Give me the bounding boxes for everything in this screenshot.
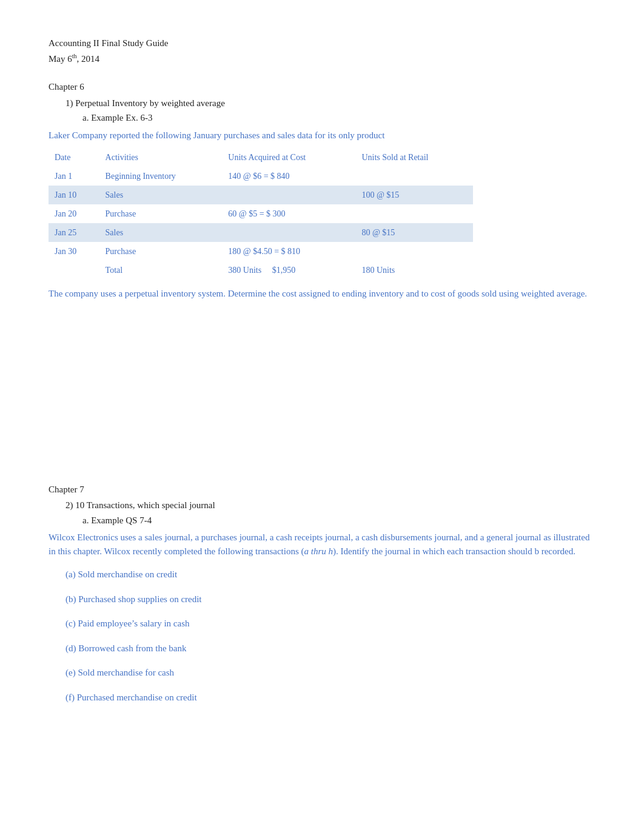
cell-date: Jan 1 bbox=[49, 167, 99, 186]
chapter7-title: Chapter 7 bbox=[49, 483, 595, 497]
footer-sold: 180 Units bbox=[355, 261, 473, 280]
chapter6-item1a: a. Example Ex. 6-3 bbox=[82, 111, 595, 125]
cell-sold bbox=[355, 167, 473, 186]
cell-activity: Sales bbox=[99, 186, 223, 204]
cell-activity: Beginning Inventory bbox=[99, 167, 223, 186]
footer-empty bbox=[49, 261, 99, 280]
cell-acquired: 60 @ $5 = $ 300 bbox=[222, 204, 355, 223]
col-sold: Units Sold at Retail bbox=[355, 148, 473, 167]
transaction-item: (a) Sold merchandise on credit bbox=[65, 568, 595, 582]
table-row: Jan 20 Purchase 60 @ $5 = $ 300 bbox=[49, 204, 473, 223]
footer-cost: $1,950 bbox=[272, 266, 296, 275]
cell-acquired bbox=[222, 223, 355, 242]
header-title: Accounting II Final Study Guide bbox=[49, 36, 595, 50]
table-row: Jan 30 Purchase 180 @ $4.50 = $ 810 bbox=[49, 242, 473, 261]
cell-activity: Purchase bbox=[99, 204, 223, 223]
cell-sold: 100 @ $15 bbox=[355, 186, 473, 204]
footer-units: 380 Units bbox=[228, 266, 261, 275]
cell-sold bbox=[355, 242, 473, 261]
table-header-row: Date Activities Units Acquired at Cost U… bbox=[49, 148, 473, 167]
table-row: Jan 10 Sales 100 @ $15 bbox=[49, 186, 473, 204]
chapter7-section: Chapter 7 2) 10 Transactions, which spec… bbox=[49, 483, 595, 705]
date-prefix: May 6 bbox=[49, 54, 72, 64]
cell-acquired: 140 @ $6 = $ 840 bbox=[222, 167, 355, 186]
table-row: Jan 1 Beginning Inventory 140 @ $6 = $ 8… bbox=[49, 167, 473, 186]
date-sup: th bbox=[72, 53, 77, 59]
transaction-item: (f) Purchased merchandise on credit bbox=[65, 691, 595, 705]
cell-date: Jan 30 bbox=[49, 242, 99, 261]
transaction-item: (d) Borrowed cash from the bank bbox=[65, 642, 595, 656]
chapter7-item2: 2) 10 Transactions, which special journa… bbox=[65, 498, 595, 512]
col-date: Date bbox=[49, 148, 99, 167]
cell-date: Jan 20 bbox=[49, 204, 99, 223]
cell-acquired bbox=[222, 186, 355, 204]
table-footer-row: Total 380 Units $1,950 180 Units bbox=[49, 261, 473, 280]
cell-activity: Sales bbox=[99, 223, 223, 242]
col-acquired: Units Acquired at Cost bbox=[222, 148, 355, 167]
col-activities: Activities bbox=[99, 148, 223, 167]
footer-acquired: 380 Units $1,950 bbox=[222, 261, 355, 280]
date-suffix: , 2014 bbox=[77, 54, 100, 64]
header-date: May 6th, 2014 bbox=[49, 52, 595, 66]
chapter7-item2a: a. Example QS 7-4 bbox=[82, 514, 595, 528]
footer-label: Total bbox=[99, 261, 223, 280]
cell-sold: 80 @ $15 bbox=[355, 223, 473, 242]
chapter6-intro: Laker Company reported the following Jan… bbox=[49, 129, 595, 143]
cell-acquired: 180 @ $4.50 = $ 810 bbox=[222, 242, 355, 261]
chapter6-item1: 1) Perpetual Inventory by weighted avera… bbox=[65, 96, 595, 110]
table-row: Jan 25 Sales 80 @ $15 bbox=[49, 223, 473, 242]
inventory-table: Date Activities Units Acquired at Cost U… bbox=[49, 148, 473, 280]
chapter7-intro: Wilcox Electronics uses a sales journal,… bbox=[49, 531, 595, 558]
transaction-item: (e) Sold merchandise for cash bbox=[65, 666, 595, 680]
cell-activity: Purchase bbox=[99, 242, 223, 261]
cell-date: Jan 25 bbox=[49, 223, 99, 242]
chapter6-conclusion: The company uses a perpetual inventory s… bbox=[49, 287, 595, 301]
transactions-list: (a) Sold merchandise on credit(b) Purcha… bbox=[49, 568, 595, 704]
transaction-item: (b) Purchased shop supplies on credit bbox=[65, 592, 595, 606]
chapter6-title: Chapter 6 bbox=[49, 80, 595, 94]
transaction-item: (c) Paid employee’s salary in cash bbox=[65, 617, 595, 631]
cell-date: Jan 10 bbox=[49, 186, 99, 204]
cell-sold bbox=[355, 204, 473, 223]
